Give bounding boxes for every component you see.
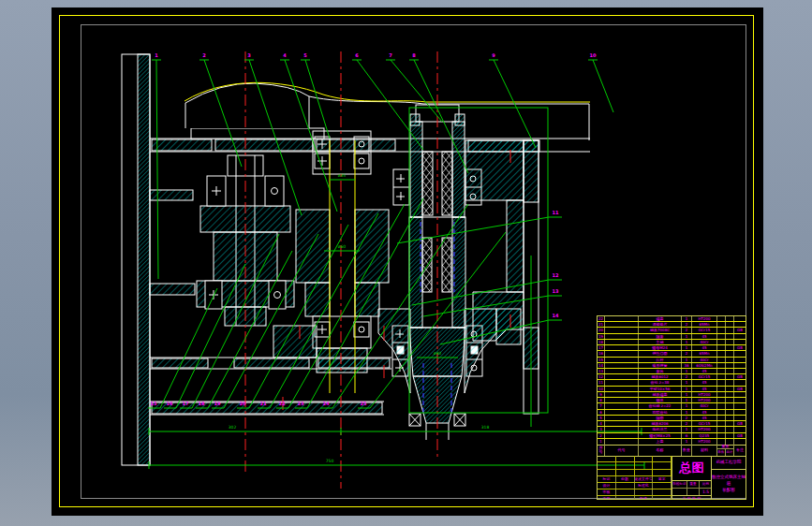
balloon-number: 14 <box>553 314 559 318</box>
balloon-number: 23 <box>298 402 304 406</box>
bom-col-no: 序号 <box>598 444 605 456</box>
balloon-number: 21 <box>260 402 267 406</box>
title-block-row: 工艺批准 <box>598 496 672 499</box>
title-block-row: 标记处数更改文件号签字 <box>598 476 672 483</box>
title-block-row: 设计标准化 <box>598 483 672 489</box>
balloon-number: 17 <box>183 402 189 406</box>
balloon-number: 5 <box>303 53 306 58</box>
balloon-number: 10 <box>590 53 597 58</box>
balloon-number: 16 <box>167 402 173 406</box>
balloon-number: 18 <box>199 402 205 406</box>
dimension-value: ø35 <box>338 174 346 179</box>
bom-col-material: 材料 <box>692 444 717 456</box>
balloon-number: 9 <box>492 53 495 58</box>
title-block-row: 审核 <box>598 489 672 496</box>
balloon-number: 8 <box>412 53 415 58</box>
unit-name: 机械工程学院 <box>712 456 746 470</box>
balloon-number: 6 <box>355 53 358 58</box>
title-block-signatures: 标记处数更改文件号签字设计标准化审核工艺批准 <box>598 456 672 499</box>
weight-label: 重量 <box>687 481 700 488</box>
balloon-number: 25 <box>361 402 367 406</box>
drawing-title: 总图 <box>672 456 711 480</box>
title-block-right: 机械工程学院 数控立式铣床主轴箱 装配图 <box>712 456 746 499</box>
balloon-number: 22 <box>279 402 286 406</box>
dimension-value: 318 <box>481 426 490 431</box>
balloon-number: 3 <box>247 53 250 58</box>
dimension-value: 750 <box>326 460 334 464</box>
balloon-number: 15 <box>151 402 157 406</box>
bom-table: 22端盖1HT20021调整垫片265Mn20轴承7008C2GCr15GB19… <box>597 315 746 446</box>
cad-application: { "app": {"description": "CAD model spac… <box>0 0 812 526</box>
balloon-number: 11 <box>553 211 559 215</box>
balloon-number: 12 <box>553 273 559 278</box>
dimension-value: ø60 <box>338 245 346 250</box>
bom-col-weight: 重量 单件总计 <box>717 444 734 456</box>
balloon-number: 13 <box>553 289 559 294</box>
dimension-value: 302 <box>229 426 237 431</box>
bom-col-code: 代号 <box>605 444 639 456</box>
revision-grid <box>598 456 672 476</box>
bom-header: 序号 代号 名称 数量 材料 重量 单件总计 备注 <box>597 444 746 457</box>
sheet-count: 共 张 第 张 <box>672 495 711 499</box>
balloon-number: 2 <box>202 53 205 58</box>
balloon-number: 24 <box>323 402 330 406</box>
balloon-number: 20 <box>240 402 246 406</box>
stage-label: 阶段标记 <box>672 481 687 488</box>
bom-col-name: 名称 <box>639 444 682 456</box>
title-block-center: 总图 阶段标记 重量 比例 1:5 共 张 第 张 <box>672 456 712 499</box>
dimension-value: ø40 <box>434 352 441 357</box>
bom-col-qty: 数量 <box>682 444 692 456</box>
scale-label: 比例 <box>700 481 712 488</box>
scale-value: 1:5 <box>700 489 712 495</box>
project-name: 数控立式铣床主轴箱 装配图 <box>712 470 746 493</box>
balloon-number: 1 <box>155 53 157 58</box>
balloon-number: 19 <box>214 402 221 406</box>
balloon-number: 7 <box>389 53 391 58</box>
title-block: 标记处数更改文件号签字设计标准化审核工艺批准 总图 阶段标记 重量 比例 1:5… <box>597 456 746 500</box>
bom-col-remark: 备注 <box>734 444 746 456</box>
balloon-number: 4 <box>283 53 286 58</box>
